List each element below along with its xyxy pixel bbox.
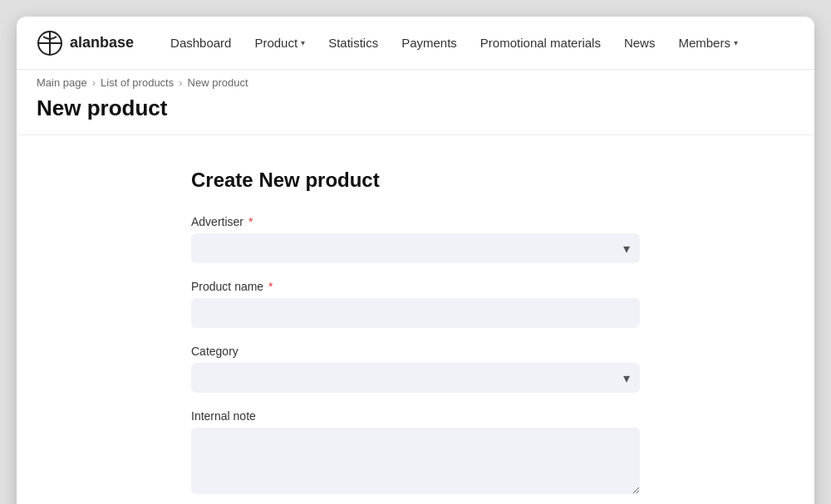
nav-menu: Dashboard Product ▾ Statistics Payments …	[160, 29, 748, 56]
form-container: Create New product Advertiser * Product …	[191, 169, 640, 504]
logo[interactable]: alanbase	[37, 30, 134, 56]
breadcrumb-current: New product	[188, 76, 248, 89]
main-content: Create New product Advertiser * Product …	[17, 135, 814, 504]
category-label: Category	[191, 345, 640, 358]
nav-item-payments[interactable]: Payments	[391, 29, 467, 56]
category-field-group: Category	[191, 345, 640, 393]
internal-note-field-group: Internal note	[191, 409, 640, 497]
product-name-input[interactable]	[191, 298, 640, 328]
page-title: New product	[37, 95, 794, 121]
product-name-label: Product name *	[191, 280, 640, 293]
product-name-field-group: Product name *	[191, 280, 640, 328]
category-select-wrapper	[191, 363, 640, 393]
advertiser-select[interactable]	[191, 233, 640, 263]
breadcrumb-list-of-products[interactable]: List of products	[101, 76, 174, 89]
breadcrumb-separator-1: ›	[92, 76, 96, 89]
nav-item-members[interactable]: Members ▾	[668, 29, 748, 56]
product-name-required-marker: *	[268, 280, 273, 293]
advertiser-field-group: Advertiser *	[191, 215, 640, 263]
app-window: alanbase Dashboard Product ▾ Statistics …	[17, 17, 814, 504]
nav-item-statistics[interactable]: Statistics	[318, 29, 388, 56]
advertiser-select-wrapper	[191, 233, 640, 263]
product-chevron-icon: ▾	[301, 38, 305, 47]
form-title: Create New product	[191, 169, 640, 192]
navbar: alanbase Dashboard Product ▾ Statistics …	[17, 17, 814, 70]
category-select[interactable]	[191, 363, 640, 393]
logo-icon	[37, 30, 63, 56]
breadcrumb: Main page › List of products › New produ…	[37, 76, 794, 89]
internal-note-label: Internal note	[191, 409, 640, 423]
breadcrumb-separator-2: ›	[179, 76, 182, 89]
logo-text: alanbase	[70, 34, 134, 51]
advertiser-required-marker: *	[248, 215, 253, 228]
breadcrumb-main-page[interactable]: Main page	[37, 76, 87, 89]
nav-item-product[interactable]: Product ▾	[244, 29, 315, 56]
breadcrumb-area: Main page › List of products › New produ…	[17, 70, 814, 92]
page-title-area: New product	[17, 92, 814, 135]
nav-item-dashboard[interactable]: Dashboard	[160, 29, 241, 56]
advertiser-label: Advertiser *	[191, 215, 640, 228]
nav-item-promotional-materials[interactable]: Promotional materials	[470, 29, 611, 56]
nav-item-news[interactable]: News	[614, 29, 666, 56]
members-chevron-icon: ▾	[734, 38, 738, 47]
internal-note-textarea[interactable]	[191, 428, 640, 494]
